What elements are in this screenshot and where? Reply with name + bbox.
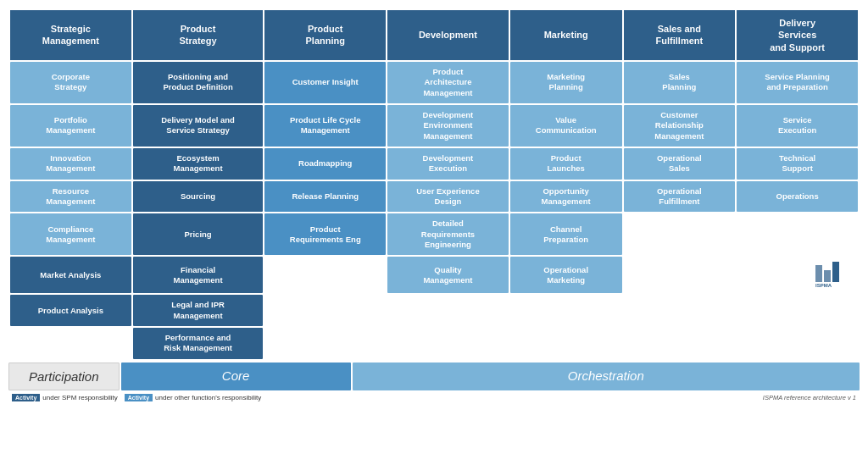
cell-pricing: Pricing xyxy=(133,213,264,255)
cell-dev-env: DevelopmentEnvironmentManagement xyxy=(387,105,509,147)
svg-text:ISPMA: ISPMA xyxy=(815,283,832,288)
cell-portfolio: PortfolioManagement xyxy=(10,105,131,147)
legend-badge-medium: Activity xyxy=(125,394,153,401)
footer-version: ISPMA reference architecture v 1 xyxy=(763,394,856,401)
cell-empty-8 xyxy=(510,295,622,326)
participation-label: Participation xyxy=(8,363,120,390)
grid-wrapper: StrategicManagement ProductStrategy Prod… xyxy=(5,5,863,406)
cell-product-arch: ProductArchitectureManagement xyxy=(387,62,509,103)
cell-crm: CustomerRelationshipManagement xyxy=(624,105,736,147)
cell-positioning: Positioning andProduct Definition xyxy=(133,62,264,103)
logo-area: ISPMA xyxy=(737,257,858,293)
cell-sales-planning: SalesPlanning xyxy=(624,62,736,103)
cell-service-exec: ServiceExecution xyxy=(737,105,858,147)
cell-service-planning: Service Planningand Preparation xyxy=(737,62,858,103)
cell-detailed-req: DetailedRequirementsEngineering xyxy=(387,213,509,255)
cell-operations: Operations xyxy=(737,181,858,213)
cell-empty-1 xyxy=(624,213,736,255)
header-product-planning: ProductPlanning xyxy=(264,10,386,60)
cell-financial: FinancialManagement xyxy=(133,257,264,293)
cell-empty-2 xyxy=(737,213,858,255)
cell-opp-mgmt: OpportunityManagement xyxy=(510,181,622,213)
table-row: ComplianceManagement Pricing ProductRequ… xyxy=(10,213,858,255)
cell-op-marketing: OperationalMarketing xyxy=(510,257,622,293)
header-marketing: Marketing xyxy=(510,10,622,60)
core-label: Core xyxy=(121,363,351,390)
table-row: Performance andRisk Management xyxy=(10,328,858,359)
cell-quality: QualityManagement xyxy=(387,257,509,293)
svg-rect-0 xyxy=(815,265,822,282)
table-row: InnovationManagement EcosystemManagement… xyxy=(10,148,858,180)
cell-channel: ChannelPreparation xyxy=(510,213,622,255)
bottom-section: Participation Core Orchestration xyxy=(8,363,860,390)
table-row: PortfolioManagement Delivery Model andSe… xyxy=(10,105,858,147)
cell-empty-11 xyxy=(10,328,131,359)
cell-empty-5: ISPMA xyxy=(737,257,858,293)
table-row: Market Analysis FinancialManagement Qual… xyxy=(10,257,858,293)
footer-legend: Activity under SPM responsibility Activi… xyxy=(12,394,261,401)
cell-value-comm: ValueCommunication xyxy=(510,105,622,147)
cell-empty-4 xyxy=(624,257,736,293)
cell-empty-15 xyxy=(624,328,736,359)
footer: Activity under SPM responsibility Activi… xyxy=(8,393,860,402)
header-strategic: StrategicManagement xyxy=(10,10,131,60)
cell-customer-insight: Customer Insight xyxy=(264,62,386,103)
cell-legal: Legal and IPRManagement xyxy=(133,295,264,326)
legend-item-2: Activity under other function's responsi… xyxy=(125,394,261,401)
cell-dev-exec: DevelopmentExecution xyxy=(387,148,509,180)
cell-empty-16 xyxy=(737,328,858,359)
svg-rect-2 xyxy=(832,262,839,282)
cell-empty-14 xyxy=(510,328,622,359)
cell-empty-10 xyxy=(737,295,858,326)
header-delivery: DeliveryServicesand Support xyxy=(737,10,858,60)
main-grid: StrategicManagement ProductStrategy Prod… xyxy=(8,8,860,361)
legend-item-1: Activity under SPM responsibility xyxy=(12,394,118,401)
cell-market-analysis: Market Analysis xyxy=(10,257,131,293)
cell-op-fulfill: OperationalFulfillment xyxy=(624,181,736,213)
cell-corporate-strategy: CorporateStrategy xyxy=(10,62,131,103)
svg-rect-1 xyxy=(824,270,831,282)
cell-op-sales: OperationalSales xyxy=(624,148,736,180)
cell-empty-7 xyxy=(387,295,509,326)
table-row: Product Analysis Legal and IPRManagement xyxy=(10,295,858,326)
legend-text-2: under other function's responsibility xyxy=(155,394,261,401)
cell-prod-req: ProductRequirements Eng xyxy=(264,213,386,255)
cell-empty-13 xyxy=(387,328,509,359)
header-product-strategy: ProductStrategy xyxy=(133,10,264,60)
cell-release-planning: Release Planning xyxy=(264,181,386,213)
cell-product-launches: ProductLaunches xyxy=(510,148,622,180)
legend-badge-dark: Activity xyxy=(12,394,40,401)
table-row: ResourceManagement Sourcing Release Plan… xyxy=(10,181,858,213)
cell-compliance: ComplianceManagement xyxy=(10,213,131,255)
main-container: StrategicManagement ProductStrategy Prod… xyxy=(0,0,868,411)
cell-plcm: Product Life CycleManagement xyxy=(264,105,386,147)
cell-roadmapping: Roadmapping xyxy=(264,148,386,180)
table-row: CorporateStrategy Positioning andProduct… xyxy=(10,62,858,103)
cell-ux: User ExperienceDesign xyxy=(387,181,509,213)
cell-delivery-model: Delivery Model andService Strategy xyxy=(133,105,264,147)
cell-innovation: InnovationManagement xyxy=(10,148,131,180)
header-sales: Sales andFulfillment xyxy=(624,10,736,60)
cell-empty-6 xyxy=(264,295,386,326)
cell-performance: Performance andRisk Management xyxy=(133,328,264,359)
cell-sourcing: Sourcing xyxy=(133,181,264,213)
legend-text-1: under SPM responsibility xyxy=(42,394,117,401)
orchestration-label: Orchestration xyxy=(353,363,860,390)
cell-tech-support: TechnicalSupport xyxy=(737,148,858,180)
cell-marketing-planning: MarketingPlanning xyxy=(510,62,622,103)
cell-empty-3 xyxy=(264,257,386,293)
ispma-logo-icon: ISPMA xyxy=(814,258,856,288)
cell-empty-9 xyxy=(624,295,736,326)
cell-empty-12 xyxy=(264,328,386,359)
header-development: Development xyxy=(387,10,509,60)
cell-product-analysis: Product Analysis xyxy=(10,295,131,326)
cell-resource: ResourceManagement xyxy=(10,181,131,213)
header-row: StrategicManagement ProductStrategy Prod… xyxy=(10,10,858,60)
cell-ecosystem: EcosystemManagement xyxy=(133,148,264,180)
